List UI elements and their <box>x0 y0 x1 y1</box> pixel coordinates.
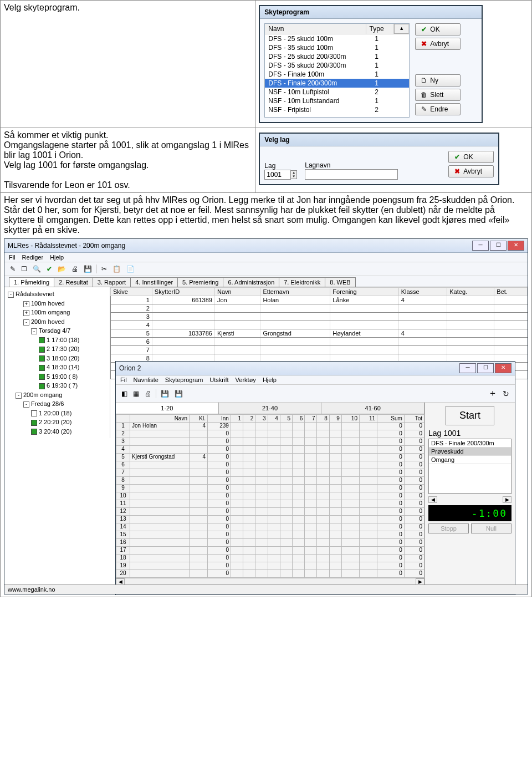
menu-item[interactable]: Fil <box>120 377 127 383</box>
menu-item[interactable]: Skyteprogram <box>165 377 203 383</box>
table-row[interactable]: 8000 <box>116 477 424 485</box>
table-row[interactable]: 1661389JonHolanLånke4 <box>111 296 528 304</box>
col-header[interactable]: SkytterID <box>152 288 214 296</box>
toolbar-icon[interactable]: ✎ <box>9 264 17 274</box>
orion-grid[interactable]: NavnKl.Inn1234567891011SumTot 1Jon Holan… <box>116 414 424 578</box>
range-tab[interactable]: 21-40 <box>219 403 322 414</box>
list-item[interactable]: DFS - Finale 100m1 <box>265 70 409 79</box>
table-row[interactable]: 11000 <box>116 500 424 508</box>
scroll-left-icon[interactable]: ◀ <box>428 496 437 503</box>
tree-label[interactable]: 100m omgang <box>31 309 70 316</box>
table-row[interactable]: 5Kjersti Grongstad4000 <box>116 454 424 461</box>
tree-label[interactable]: 2 20:20 (20) <box>39 419 71 425</box>
phase-item[interactable]: Omgang <box>429 456 511 464</box>
tab[interactable]: 3. Rapport <box>93 277 131 287</box>
start-button[interactable]: Start <box>446 406 494 425</box>
plus-icon[interactable]: ＋ <box>487 387 498 400</box>
save-icon[interactable]: 💾 <box>173 389 184 399</box>
print-icon[interactable]: 🖨 <box>70 264 79 274</box>
expand-icon[interactable]: - <box>23 401 29 408</box>
table-row[interactable]: 12000 <box>116 508 424 516</box>
scroll-right-icon[interactable]: ▶ <box>503 496 511 503</box>
list-item[interactable]: DFS - Finale 200/300m1 <box>265 79 409 88</box>
table-row[interactable]: 6000 <box>116 461 424 469</box>
new-button[interactable]: 🗋Ny <box>415 74 461 87</box>
cancel-button[interactable]: ✖Avbryt <box>415 38 461 50</box>
tree-label[interactable]: 3 20:40 (20) <box>39 428 71 435</box>
tree-label[interactable]: Fredag 28/6 <box>31 400 64 407</box>
expand-icon[interactable]: + <box>23 301 29 307</box>
table-row[interactable]: 19000 <box>116 562 424 570</box>
tab[interactable]: 1. Påmelding <box>9 277 54 287</box>
table-row[interactable]: 20000 <box>116 570 424 578</box>
tree-label[interactable]: 6 19:30 ( 7) <box>47 382 78 389</box>
tree-label[interactable]: 3 18:00 (20) <box>47 355 79 362</box>
menu-item[interactable]: Fil <box>9 254 16 261</box>
expand-icon[interactable]: - <box>16 393 22 399</box>
paste-icon[interactable]: 📄 <box>125 264 136 274</box>
tree-label[interactable]: 1 20:00 (18) <box>39 410 71 416</box>
table-row[interactable]: 51033786KjerstiGrongstadHøylandet4 <box>111 329 528 338</box>
null-button[interactable]: Null <box>471 523 511 533</box>
table-row[interactable]: 3 <box>111 313 528 321</box>
tree-label[interactable]: 2 17:30 (20) <box>47 345 79 352</box>
cancel-button[interactable]: ✖Avbryt <box>448 165 494 177</box>
close-button[interactable]: ✕ <box>508 241 524 251</box>
list-item[interactable]: NSF - 10m Luftpistol2 <box>265 88 409 96</box>
tree-label[interactable]: 5 19:00 ( 8) <box>47 373 78 380</box>
lag-spinner[interactable]: ▲▼ <box>264 170 297 180</box>
table-row[interactable]: 7000 <box>116 469 424 477</box>
scroll-up-icon[interactable]: ▲ <box>394 24 409 34</box>
tab[interactable]: 7. Elektronikk <box>279 277 325 287</box>
maximize-button[interactable]: ☐ <box>477 363 494 373</box>
table-row[interactable]: 14000 <box>116 523 424 531</box>
tab[interactable]: 2. Resultat <box>54 277 93 287</box>
tree-label[interactable]: 200m hoved <box>31 318 65 325</box>
save-icon[interactable]: 💾 <box>83 264 93 274</box>
lag-input[interactable] <box>264 170 291 180</box>
tree-label[interactable]: 100m hoved <box>31 300 65 307</box>
range-tab[interactable]: 1-20 <box>116 403 219 414</box>
tree-label[interactable]: Torsdag 4/7 <box>39 327 70 334</box>
folder-icon[interactable]: 📂 <box>57 264 67 274</box>
expand-icon[interactable]: - <box>31 328 37 334</box>
ok-button[interactable]: ✔OK <box>448 151 494 163</box>
tree-label[interactable]: 4 18:30 (14) <box>47 364 79 370</box>
tab[interactable]: 5. Premiering <box>177 277 223 287</box>
tree-root[interactable]: Rådalsstevnet <box>16 291 54 297</box>
search-icon[interactable]: 🔍 <box>32 264 42 274</box>
col-header[interactable]: Skive <box>111 288 152 296</box>
table-row[interactable]: 4000 <box>116 446 424 454</box>
lagnavn-input[interactable] <box>305 169 398 180</box>
tree-label[interactable]: 200m omgang <box>23 391 62 398</box>
table-row[interactable]: 18000 <box>116 555 424 562</box>
list-item[interactable]: DFS - 25 skudd 100m1 <box>265 34 409 43</box>
menu-item[interactable]: Utskrift <box>209 377 228 383</box>
table-row[interactable]: 2 <box>111 304 528 313</box>
table-row[interactable]: 16000 <box>116 539 424 547</box>
menu-item[interactable]: Verktøy <box>236 377 256 383</box>
table-row[interactable]: 13000 <box>116 516 424 523</box>
expand-icon[interactable]: - <box>23 319 29 326</box>
calendar-icon[interactable]: ▦ <box>132 389 140 399</box>
col-header[interactable]: Klasse <box>398 288 447 296</box>
table-row[interactable]: 6 <box>111 338 528 346</box>
spin-down-icon[interactable]: ▼ <box>291 175 296 179</box>
col-header[interactable]: Forening <box>330 288 398 296</box>
copy-icon[interactable]: 📋 <box>111 264 122 274</box>
program-box[interactable]: DFS - Finale 200/300m Prøveskudd Omgang <box>428 439 511 494</box>
print-icon[interactable]: 🖨 <box>144 389 152 399</box>
tab[interactable]: 8. WEB <box>325 277 355 287</box>
expand-icon[interactable]: + <box>23 310 29 316</box>
program-list[interactable]: Navn Type ▲ DFS - 25 skudd 100m1DFS - 35… <box>264 23 410 118</box>
check-icon[interactable]: ✔ <box>45 264 53 274</box>
table-row[interactable]: 1Jon Holan423900 <box>116 423 424 430</box>
minimize-button[interactable]: ─ <box>459 363 476 373</box>
maximize-button[interactable]: ☐ <box>490 241 507 251</box>
edit-button[interactable]: ✎Endre <box>415 103 461 115</box>
close-button[interactable]: ✕ <box>495 363 511 373</box>
phase-item[interactable]: Prøveskudd <box>429 448 511 456</box>
cut-icon[interactable]: ✂ <box>100 264 108 274</box>
table-row[interactable]: 2000 <box>116 430 424 438</box>
toolbar-icon[interactable]: ☐ <box>20 264 28 274</box>
